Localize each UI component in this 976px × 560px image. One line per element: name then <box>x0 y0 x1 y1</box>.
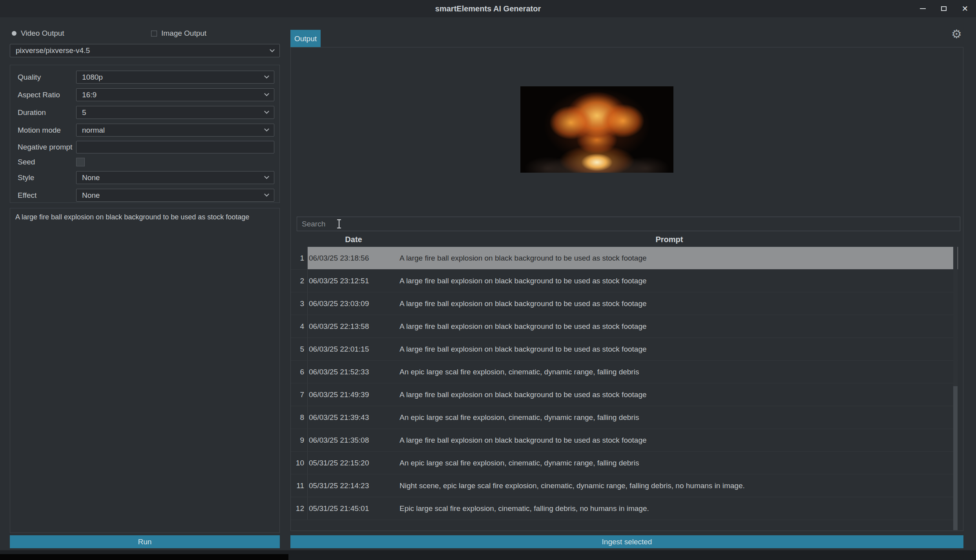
row-main[interactable]: 06/03/25 23:18:56 A large fire ball expl… <box>308 247 958 269</box>
table-row[interactable]: 12 05/31/25 21:45:01 Epic large scal fir… <box>291 497 958 520</box>
duration-select[interactable]: 5 <box>76 106 274 119</box>
row-index: 6 <box>291 361 308 383</box>
row-index: 2 <box>291 270 308 292</box>
scrollbar-thumb[interactable] <box>953 386 958 530</box>
aspect-ratio-select-value: 16:9 <box>82 91 97 99</box>
row-prompt: An epic large scal fire explosion, cinem… <box>400 413 942 422</box>
row-prompt: A large fire ball explosion on black bac… <box>400 299 942 308</box>
table-row[interactable]: 11 05/31/25 22:14:23 Night scene, epic l… <box>291 474 958 497</box>
row-date: 06/03/25 21:39:43 <box>309 413 369 422</box>
output-type-selector: Video Output Image Output <box>10 29 280 40</box>
row-date: 05/31/25 21:45:01 <box>309 504 369 513</box>
style-select-value: None <box>82 173 100 182</box>
style-label: Style <box>18 173 76 182</box>
minimize-button[interactable] <box>918 4 927 13</box>
motion-mode-select[interactable]: normal <box>76 124 274 137</box>
image-output-label: Image Output <box>161 29 206 38</box>
row-index: 9 <box>291 429 308 451</box>
video-output-radio[interactable]: Video Output <box>12 29 64 38</box>
table-row[interactable]: 4 06/03/25 22:13:58 A large fire ball ex… <box>291 315 958 338</box>
row-index: 1 <box>291 247 308 269</box>
row-prompt: An epic large scal fire explosion, cinem… <box>400 368 942 376</box>
row-main[interactable]: 06/03/25 21:49:39 A large fire ball expl… <box>308 383 958 406</box>
row-main[interactable]: 06/03/25 22:01:15 A large fire ball expl… <box>308 338 958 360</box>
model-select-value: pixverse/pixverse-v4.5 <box>16 46 90 55</box>
seed-checkbox[interactable] <box>76 158 85 166</box>
row-index: 12 <box>291 497 308 520</box>
row-main[interactable]: 06/03/25 21:52:33 An epic large scal fir… <box>308 361 958 383</box>
table-row[interactable]: 3 06/03/25 23:03:09 A large fire ball ex… <box>291 292 958 315</box>
close-icon: ✕ <box>962 5 969 13</box>
column-header-date[interactable]: Date <box>308 235 400 244</box>
run-button[interactable]: Run <box>10 535 280 548</box>
maximize-icon <box>941 6 947 11</box>
column-header-prompt[interactable]: Prompt <box>400 235 939 244</box>
aspect-ratio-select[interactable]: 16:9 <box>76 88 274 101</box>
row-main[interactable]: 06/03/25 22:13:58 A large fire ball expl… <box>308 315 958 337</box>
maximize-button[interactable] <box>939 4 949 13</box>
row-date: 06/03/25 21:49:39 <box>309 390 369 399</box>
effect-select[interactable]: None <box>76 189 274 202</box>
style-select[interactable]: None <box>76 171 274 184</box>
negative-prompt-input[interactable] <box>76 141 274 153</box>
quality-select-value: 1080p <box>82 73 103 82</box>
row-prompt: A large fire ball explosion on black bac… <box>400 277 942 285</box>
table-scrollbar[interactable] <box>953 247 958 530</box>
quality-label: Quality <box>18 73 76 82</box>
row-main[interactable]: 06/03/25 23:03:09 A large fire ball expl… <box>308 292 958 315</box>
image-output-radio[interactable]: Image Output <box>151 29 206 38</box>
table-row[interactable]: 9 06/03/25 21:35:08 A large fire ball ex… <box>291 429 958 452</box>
row-main[interactable]: 06/03/25 21:39:43 An epic large scal fir… <box>308 406 958 429</box>
row-index: 8 <box>291 406 308 429</box>
row-date: 05/31/25 22:15:20 <box>309 459 369 467</box>
row-index: 4 <box>291 315 308 337</box>
search-input[interactable] <box>297 217 960 231</box>
tab-output[interactable]: Output <box>290 30 321 47</box>
close-button[interactable]: ✕ <box>960 4 970 13</box>
window-title: smartElements AI Generator <box>435 4 541 13</box>
table-body: 1 06/03/25 23:18:56 A large fire ball ex… <box>291 247 958 520</box>
model-select[interactable]: pixverse/pixverse-v4.5 <box>10 44 280 57</box>
desktop-black-bar <box>0 554 288 560</box>
row-date: 06/03/25 23:12:51 <box>309 277 369 285</box>
row-prompt: A large fire ball explosion on black bac… <box>400 322 942 331</box>
table-row[interactable]: 10 05/31/25 22:15:20 An epic large scal … <box>291 452 958 474</box>
row-prompt: An epic large scal fire explosion, cinem… <box>400 459 942 467</box>
row-date: 06/03/25 23:18:56 <box>309 254 369 263</box>
table-row[interactable]: 6 06/03/25 21:52:33 An epic large scal f… <box>291 361 958 383</box>
table-row[interactable]: 5 06/03/25 22:01:15 A large fire ball ex… <box>291 338 958 361</box>
chevron-down-icon <box>264 109 269 114</box>
chevron-down-icon <box>264 126 269 131</box>
prompt-textarea[interactable]: A large fire ball explosion on black bac… <box>10 208 280 533</box>
seed-label: Seed <box>18 158 76 166</box>
row-prompt: A large fire ball explosion on black bac… <box>400 390 942 399</box>
row-date: 06/03/25 23:03:09 <box>309 299 369 308</box>
row-main[interactable]: 06/03/25 21:35:08 A large fire ball expl… <box>308 429 958 451</box>
output-panel: Date Prompt 1 06/03/25 23:18:56 A large … <box>290 47 963 531</box>
chevron-down-icon <box>264 174 269 179</box>
table-row[interactable]: 1 06/03/25 23:18:56 A large fire ball ex… <box>291 247 958 270</box>
row-main[interactable]: 06/03/25 23:12:51 A large fire ball expl… <box>308 270 958 292</box>
row-main[interactable]: 05/31/25 22:15:20 An epic large scal fir… <box>308 452 958 474</box>
row-prompt: Epic large scal fire explosion, cinemati… <box>400 504 942 513</box>
row-main[interactable]: 05/31/25 22:14:23 Night scene, epic larg… <box>308 474 958 497</box>
ingest-selected-button[interactable]: Ingest selected <box>290 535 963 548</box>
radio-unselected-icon <box>151 31 157 36</box>
window-controls: ✕ <box>918 0 970 17</box>
row-prompt: A large fire ball explosion on black bac… <box>400 254 942 263</box>
app-window: smartElements AI Generator ✕ Video Outpu… <box>0 0 976 550</box>
duration-select-value: 5 <box>82 108 86 117</box>
table-row[interactable]: 8 06/03/25 21:39:43 An epic large scal f… <box>291 406 958 429</box>
preview-image[interactable] <box>520 86 673 173</box>
motion-mode-select-value: normal <box>82 126 105 135</box>
aspect-ratio-label: Aspect Ratio <box>18 91 76 99</box>
quality-select[interactable]: 1080p <box>76 71 274 84</box>
table-row[interactable]: 7 06/03/25 21:49:39 A large fire ball ex… <box>291 383 958 406</box>
row-prompt: A large fire ball explosion on black bac… <box>400 436 942 445</box>
row-date: 06/03/25 22:01:15 <box>309 345 369 354</box>
row-index: 7 <box>291 383 308 406</box>
table-row[interactable]: 2 06/03/25 23:12:51 A large fire ball ex… <box>291 270 958 292</box>
row-main[interactable]: 05/31/25 21:45:01 Epic large scal fire e… <box>308 497 958 520</box>
row-prompt: Night scene, epic large scal fire explos… <box>400 482 942 490</box>
gear-icon[interactable]: ⚙ <box>951 28 962 40</box>
